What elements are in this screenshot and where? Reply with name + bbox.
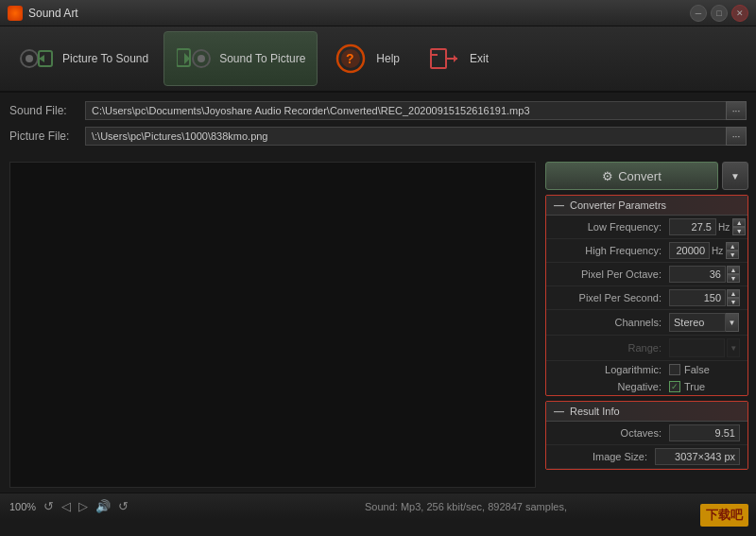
window-controls: ─ □ ✕ (690, 5, 748, 22)
negative-text: True (684, 381, 705, 392)
pixel-per-second-down[interactable]: ▼ (727, 298, 740, 306)
volume-icon[interactable]: 🔊 (95, 499, 111, 513)
status-left: 100% ↺ ◁ ▷ 🔊 ↺ (9, 499, 180, 513)
maximize-button[interactable]: □ (711, 5, 728, 22)
svg-point-7 (198, 55, 205, 62)
sound-to-picture-label: Sound To Picture (219, 52, 305, 65)
range-arrow: ▼ (727, 338, 740, 357)
pixel-per-second-input[interactable] (669, 289, 726, 306)
channels-row: Channels: Stereo ▼ (546, 310, 747, 336)
pixel-per-second-spinner: ▲ ▼ (727, 289, 740, 306)
sound-file-path: C:\Users\pc\Documents\Joyoshare Audio Re… (92, 105, 530, 116)
image-size-row: Image Size: 3037×343 px (546, 445, 747, 469)
zoom-level: 100% (9, 501, 36, 512)
logarithmic-value: False (669, 364, 740, 375)
pixel-per-octave-down[interactable]: ▼ (727, 274, 740, 283)
pixel-per-octave-up[interactable]: ▲ (727, 266, 740, 274)
result-info-panel: — Result Info Octaves: 9.51 Image Size: … (545, 401, 748, 470)
pixel-per-second-label: Pixel Per Second: (554, 292, 669, 303)
high-freq-down[interactable]: ▼ (726, 251, 739, 259)
svg-rect-11 (431, 49, 446, 68)
file-area: Sound File: C:\Users\pc\Documents\Joyosh… (0, 93, 756, 157)
sound-info: Sound: Mp3, 256 kbit/sec, 892847 samples… (185, 501, 747, 512)
low-freq-unit: Hz (718, 222, 730, 233)
high-freq-value-wrap: Hz ▲ ▼ (669, 242, 740, 259)
high-freq-spinner: ▲ ▼ (726, 242, 739, 259)
range-row: Range: ▼ (546, 336, 747, 361)
sound-to-picture-button[interactable]: Sound To Picture (163, 31, 318, 86)
exit-label: Exit (470, 52, 489, 65)
sound-info-text: Sound: Mp3, 256 kbit/sec, 892847 samples… (365, 501, 567, 512)
logarithmic-row: Logarithmic: False (546, 361, 747, 378)
help-button[interactable]: ? Help (321, 31, 411, 86)
low-freq-label: Low Frequency: (554, 221, 669, 233)
range-label: Range: (554, 342, 669, 354)
convert-label: Convert (618, 169, 662, 183)
sound-file-row: Sound File: C:\Users\pc\Documents\Joyosh… (9, 100, 747, 121)
picture-file-label: Picture File: (9, 130, 85, 143)
picture-to-sound-icon (19, 41, 55, 77)
picture-to-sound-button[interactable]: Picture To Sound (8, 31, 160, 86)
svg-rect-14 (432, 54, 438, 56)
app-title: Sound Art (28, 7, 690, 20)
converter-params-title: Converter Parametrs (570, 199, 666, 211)
low-freq-input[interactable] (669, 218, 716, 235)
pixel-per-octave-row: Pixel Per Octave: ▲ ▼ (546, 263, 747, 286)
exit-button[interactable]: Exit (415, 31, 500, 86)
image-size-label: Image Size: (554, 451, 655, 462)
loop-icon[interactable]: ↺ (118, 499, 129, 513)
gear-icon: ⚙ (602, 169, 613, 183)
sound-file-input[interactable]: C:\Users\pc\Documents\Joyoshare Audio Re… (85, 101, 726, 120)
high-freq-unit: Hz (712, 246, 723, 256)
low-freq-value-wrap: Hz ▲ ▼ (669, 218, 740, 235)
low-freq-up[interactable]: ▲ (732, 218, 746, 227)
converter-params-header: — Converter Parametrs (546, 196, 747, 216)
svg-marker-13 (454, 55, 457, 62)
sound-browse-button[interactable]: ··· (726, 101, 747, 120)
rewind-icon[interactable]: ↺ (43, 499, 54, 513)
convert-button[interactable]: ⚙ Convert (545, 162, 718, 190)
channels-select-arrow[interactable]: ▼ (726, 313, 739, 332)
pixel-per-second-row: Pixel Per Second: ▲ ▼ (546, 286, 747, 310)
convert-row: ⚙ Convert ▼ (545, 162, 748, 190)
low-freq-spinner: ▲ ▼ (732, 218, 746, 235)
play-icon[interactable]: ▷ (78, 499, 88, 513)
picture-file-path: \:\Users\pc\Pictures\1000\838kmo.png (92, 130, 267, 142)
close-button[interactable]: ✕ (731, 5, 748, 22)
pixel-per-second-value-wrap: ▲ ▼ (669, 289, 740, 306)
pixel-per-octave-value-wrap: ▲ ▼ (669, 266, 740, 283)
picture-file-input[interactable]: \:\Users\pc\Pictures\1000\838kmo.png (85, 127, 726, 146)
watermark-text: 下载吧 (700, 504, 748, 527)
pixel-per-second-up[interactable]: ▲ (727, 289, 740, 298)
negative-row: Negative: ✓ True (546, 378, 747, 395)
high-freq-up[interactable]: ▲ (726, 242, 739, 251)
logarithmic-checkbox[interactable] (669, 364, 680, 375)
picture-to-sound-label: Picture To Sound (62, 52, 148, 65)
minimize-button[interactable]: ─ (690, 5, 707, 22)
negative-checkbox[interactable]: ✓ (669, 381, 680, 392)
octaves-row: Octaves: 9.51 (546, 422, 747, 445)
channels-select-display[interactable]: Stereo (669, 313, 726, 332)
play-prev-icon[interactable]: ◁ (61, 499, 71, 513)
right-panel: ⚙ Convert ▼ — Converter Parametrs Low Fr… (545, 162, 748, 488)
pixel-per-octave-spinner: ▲ ▼ (727, 266, 740, 283)
menu-dropdown-button[interactable]: ▼ (722, 162, 748, 190)
toolbar: Picture To Sound Sound To Picture ? Help (0, 26, 756, 93)
negative-label: Negative: (554, 381, 669, 392)
picture-file-row: Picture File: \:\Users\pc\Pictures\1000\… (9, 126, 747, 147)
channels-select-wrap: Stereo ▼ (669, 313, 740, 332)
high-freq-input[interactable] (669, 242, 710, 259)
pixel-per-octave-input[interactable] (669, 266, 726, 283)
logarithmic-label: Logarithmic: (554, 364, 669, 375)
watermark: 下载吧 (700, 504, 748, 527)
picture-browse-button[interactable]: ··· (726, 127, 747, 146)
title-bar: Sound Art ─ □ ✕ (0, 0, 756, 26)
negative-value: ✓ True (669, 381, 740, 392)
svg-text:?: ? (346, 51, 354, 66)
low-freq-down[interactable]: ▼ (732, 227, 746, 235)
main-area: ⚙ Convert ▼ — Converter Parametrs Low Fr… (0, 157, 756, 493)
preview-area (9, 162, 536, 488)
sound-to-picture-icon (176, 41, 212, 77)
octaves-label: Octaves: (554, 427, 669, 439)
image-size-value: 3037×343 px (655, 448, 740, 465)
